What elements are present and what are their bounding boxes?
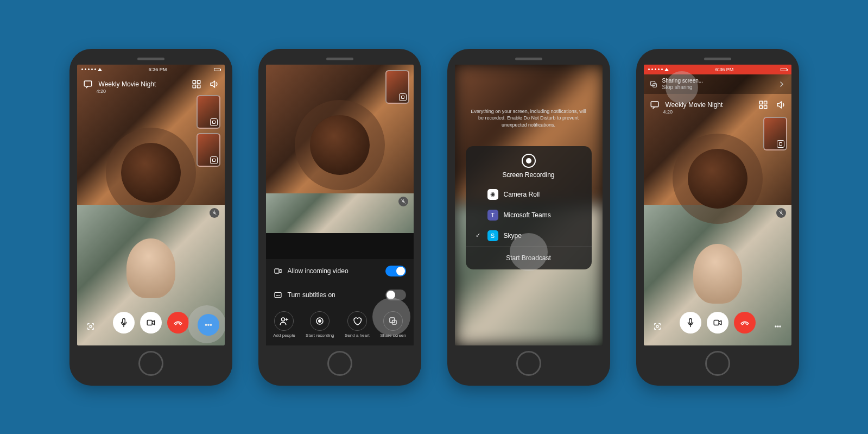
svg-rect-1 xyxy=(193,80,195,83)
wifi-icon xyxy=(98,68,102,71)
tap-indicator xyxy=(372,298,410,336)
phone-home-button[interactable] xyxy=(516,351,541,376)
chat-icon[interactable] xyxy=(648,98,661,111)
phone-mockup-2: Allow incoming video Turn subtitles on A… xyxy=(258,49,421,386)
phone-screen: 6:36 PM Weekly Movie Night 4:20 xyxy=(77,65,225,345)
svg-rect-6 xyxy=(122,318,125,323)
chevron-right-icon xyxy=(777,80,786,89)
tap-indicator xyxy=(510,233,548,271)
expand-icon xyxy=(210,118,218,126)
share-screen-icon xyxy=(649,80,658,89)
phone-speaker xyxy=(704,58,731,60)
svg-rect-2 xyxy=(197,80,200,83)
svg-rect-8 xyxy=(147,320,152,325)
hangup-button[interactable] xyxy=(167,312,189,334)
svg-rect-27 xyxy=(651,102,658,107)
speaker-icon[interactable] xyxy=(774,98,787,111)
subtitles-icon xyxy=(274,291,282,299)
phone-speaker xyxy=(326,58,353,60)
action-label: Add people xyxy=(273,333,295,338)
participant-face-2 xyxy=(126,238,175,298)
mute-button[interactable] xyxy=(113,312,135,334)
hangup-button[interactable] xyxy=(734,312,756,334)
participant-thumbnail-1[interactable] xyxy=(197,95,220,129)
svg-rect-29 xyxy=(764,101,766,104)
status-bar: 6:36 PM xyxy=(77,65,225,74)
svg-rect-35 xyxy=(714,320,719,325)
svg-rect-31 xyxy=(764,105,766,108)
heart-icon xyxy=(347,311,367,331)
app-name: Microsoft Teams xyxy=(504,211,551,219)
action-start-recording[interactable]: Start recording xyxy=(306,311,334,338)
phone-mockup-3: Everything on your screen, including not… xyxy=(447,49,610,386)
camera-button[interactable] xyxy=(140,312,162,334)
participant-face-1 xyxy=(688,149,747,209)
tap-indicator xyxy=(188,305,225,343)
action-send-heart[interactable]: Send a heart xyxy=(345,311,370,338)
phone-screen: 6:36 PM Sharing screen... Stop sharing W… xyxy=(644,65,791,345)
expand-icon xyxy=(777,140,784,148)
svg-point-22 xyxy=(319,319,321,322)
focus-camera-icon[interactable] xyxy=(83,318,99,335)
action-add-people[interactable]: Add people xyxy=(273,311,295,338)
battery-icon xyxy=(781,68,787,71)
expand-icon xyxy=(210,156,218,164)
svg-point-9 xyxy=(90,325,92,328)
muted-badge xyxy=(210,208,219,218)
toggle-allow-incoming-video[interactable]: Allow incoming video xyxy=(266,259,414,283)
phone-home-button[interactable] xyxy=(138,351,163,376)
status-time: 6:36 PM xyxy=(715,67,734,72)
grid-view-icon[interactable] xyxy=(757,98,770,111)
toggle-label: Turn subtitles on xyxy=(288,291,380,299)
grid-view-icon[interactable] xyxy=(190,78,203,91)
status-bar-recording[interactable]: 6:36 PM xyxy=(644,65,791,74)
phone-home-button[interactable] xyxy=(705,351,730,376)
expand-icon xyxy=(399,93,407,101)
phone-mockup-1: 6:36 PM Weekly Movie Night 4:20 xyxy=(69,49,232,386)
phone-speaker xyxy=(515,58,542,60)
camera-button[interactable] xyxy=(707,312,728,334)
participant-face-2 xyxy=(693,244,742,304)
add-person-icon xyxy=(274,311,294,331)
phone-home-button[interactable] xyxy=(327,351,352,376)
wifi-icon xyxy=(664,68,669,71)
broadcast-title: Screen Recording xyxy=(466,171,592,179)
skype-icon: S xyxy=(487,230,498,241)
svg-rect-0 xyxy=(84,81,92,86)
participant-thumbnail-2[interactable] xyxy=(197,133,220,167)
self-thumbnail[interactable] xyxy=(385,70,409,104)
toggle-switch[interactable] xyxy=(385,266,406,276)
muted-badge xyxy=(398,197,408,206)
participant-thumbnail[interactable] xyxy=(763,117,787,150)
action-label: Send a heart xyxy=(345,333,370,338)
participant-face-1 xyxy=(310,115,370,175)
toggle-label: Allow incoming video xyxy=(288,267,380,275)
phone-screen: Allow incoming video Turn subtitles on A… xyxy=(266,65,414,345)
svg-rect-14 xyxy=(275,269,279,273)
speaker-icon[interactable] xyxy=(207,78,220,91)
phone-screen: Everything on your screen, including not… xyxy=(455,65,603,345)
camera-roll-icon: ◉ xyxy=(487,189,498,200)
svg-point-36 xyxy=(656,325,658,328)
focus-camera-icon[interactable] xyxy=(649,318,666,335)
svg-rect-15 xyxy=(275,292,281,297)
call-duration: 4:20 xyxy=(663,109,673,115)
action-label: Start recording xyxy=(306,333,334,338)
call-title: Weekly Movie Night xyxy=(99,80,186,88)
more-options-button[interactable] xyxy=(770,318,786,335)
mute-button[interactable] xyxy=(680,312,701,334)
broadcast-app-teams[interactable]: T Microsoft Teams xyxy=(466,205,592,225)
chat-icon[interactable] xyxy=(81,78,94,91)
svg-point-39 xyxy=(780,326,781,327)
participant-face-1 xyxy=(121,143,181,203)
call-duration: 4:20 xyxy=(97,89,106,94)
tap-indicator xyxy=(666,71,698,104)
check-icon: ✓ xyxy=(474,232,482,239)
broadcast-notice: Everything on your screen, including not… xyxy=(468,108,590,129)
broadcast-app-camera-roll[interactable]: ◉ Camera Roll xyxy=(466,184,592,205)
battery-icon xyxy=(214,68,220,71)
svg-point-18 xyxy=(282,318,285,321)
svg-rect-28 xyxy=(759,101,762,104)
svg-rect-33 xyxy=(689,318,692,323)
svg-rect-30 xyxy=(759,105,762,108)
